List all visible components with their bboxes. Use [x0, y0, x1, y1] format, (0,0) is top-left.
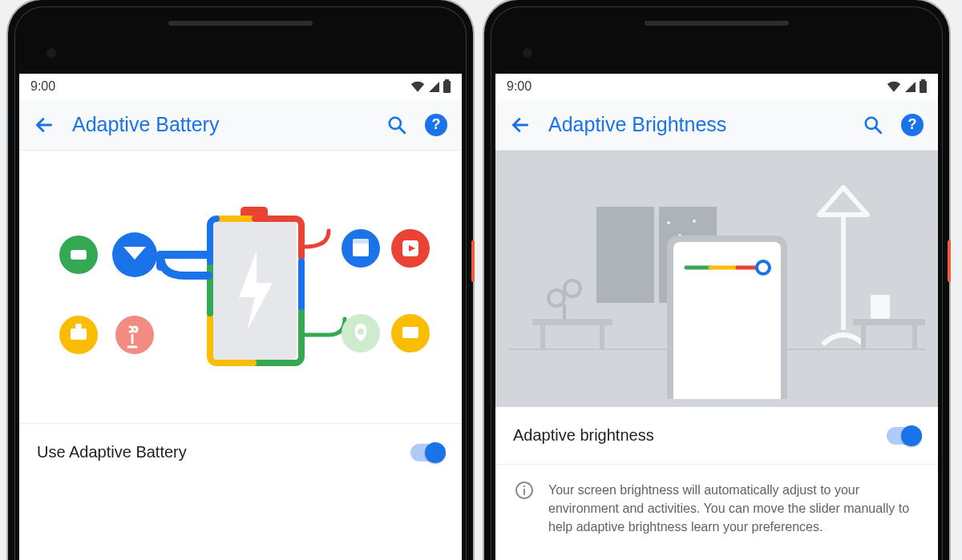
svg-rect-47 — [523, 489, 525, 495]
svg-rect-5 — [71, 250, 87, 260]
battery-icon — [920, 81, 927, 93]
power-button-accent — [471, 240, 475, 282]
svg-rect-13 — [353, 239, 369, 244]
help-icon[interactable]: ? — [901, 114, 924, 136]
phone-left: 9:00 Adaptive Battery ? — [8, 0, 473, 560]
info-text: Your screen brightness will automaticall… — [548, 481, 919, 537]
status-bar: 9:00 — [19, 74, 462, 99]
battery-icon — [443, 81, 451, 93]
svg-rect-48 — [523, 485, 525, 487]
svg-rect-36 — [853, 319, 925, 325]
svg-point-30 — [667, 221, 670, 224]
page-title: Adaptive Battery — [72, 114, 369, 136]
svg-rect-38 — [912, 325, 917, 349]
use-adaptive-battery-row[interactable]: Use Adaptive Battery — [19, 423, 462, 481]
row-label: Use Adaptive Battery — [37, 443, 398, 461]
svg-rect-12 — [353, 242, 369, 256]
cell-signal-icon — [429, 82, 439, 92]
svg-point-10 — [115, 316, 154, 354]
power-button-accent — [948, 240, 951, 282]
svg-point-26 — [548, 290, 564, 306]
adaptive-brightness-toggle[interactable] — [887, 427, 920, 445]
search-icon[interactable] — [863, 115, 883, 135]
clock: 9:00 — [507, 79, 532, 94]
app-bar: Adaptive Battery ? — [19, 99, 462, 151]
svg-point-45 — [757, 261, 770, 274]
earpiece — [645, 21, 789, 26]
status-bar: 9:00 — [495, 74, 938, 99]
front-camera — [523, 48, 532, 58]
adaptive-brightness-row[interactable]: Adaptive brightness — [495, 407, 938, 464]
app-bar: Adaptive Brightness ? — [495, 99, 938, 151]
back-icon[interactable] — [34, 115, 55, 135]
svg-line-1 — [399, 127, 405, 133]
wifi-icon — [887, 81, 901, 92]
svg-rect-39 — [871, 295, 890, 319]
clock: 9:00 — [30, 79, 55, 94]
svg-point-27 — [564, 280, 580, 296]
svg-rect-37 — [861, 325, 866, 349]
battery-illustration — [19, 151, 462, 423]
svg-rect-23 — [532, 319, 612, 325]
help-icon[interactable]: ? — [425, 114, 447, 136]
svg-rect-25 — [600, 325, 604, 349]
screen: 9:00 Adaptive Battery ? — [19, 74, 462, 560]
svg-point-32 — [693, 220, 696, 223]
content: Use Adaptive Battery — [19, 151, 462, 560]
adaptive-battery-toggle[interactable] — [410, 444, 444, 461]
screen: 9:00 Adaptive Brightness ? — [495, 74, 938, 560]
earpiece — [168, 21, 313, 26]
svg-rect-9 — [75, 324, 82, 328]
svg-rect-8 — [71, 328, 87, 340]
content: Adaptive brightness Your screen brightne… — [495, 151, 938, 560]
page-title: Adaptive Brightness — [548, 114, 845, 136]
search-icon[interactable] — [386, 115, 407, 135]
info-icon — [515, 481, 534, 500]
svg-line-21 — [875, 127, 881, 133]
svg-rect-19 — [402, 327, 418, 338]
cell-signal-icon — [905, 82, 916, 92]
status-icons — [887, 81, 927, 93]
wifi-icon — [410, 81, 425, 92]
front-camera — [46, 48, 56, 58]
row-label: Adaptive brightness — [513, 426, 874, 445]
brightness-illustration — [495, 151, 938, 407]
status-icons — [410, 81, 451, 93]
info-row: Your screen brightness will automaticall… — [495, 464, 938, 553]
back-icon[interactable] — [510, 115, 531, 135]
svg-rect-24 — [540, 325, 545, 349]
phone-right: 9:00 Adaptive Brightness ? — [484, 0, 949, 560]
svg-rect-28 — [596, 207, 654, 303]
svg-point-17 — [358, 328, 364, 335]
